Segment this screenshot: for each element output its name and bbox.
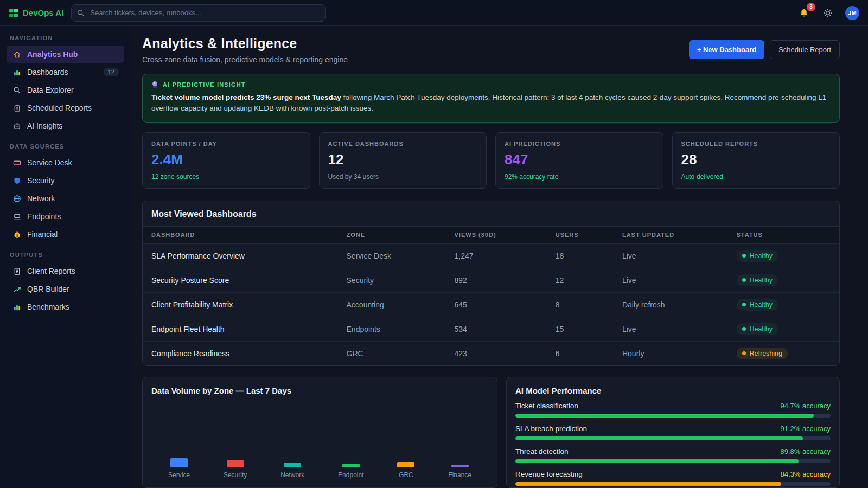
cell-last-updated: Live xyxy=(614,276,728,285)
zone-bar-chart: ServiceSecurityNetworkEndpointGRCFinance xyxy=(151,399,488,479)
sidebar-item-label: Benchmarks xyxy=(27,303,69,311)
sidebar-item-client-reports[interactable]: Client Reports xyxy=(7,262,124,280)
zone-bar-group: Finance xyxy=(448,399,471,479)
status-dot-icon xyxy=(742,278,746,282)
bottom-charts: Data Volume by Zone — Last 7 Days Servic… xyxy=(142,377,840,488)
model-accuracy: 89.8% accuracy xyxy=(781,447,831,455)
stat-label: DATA POINTS / DAY xyxy=(151,140,301,147)
table-row[interactable]: Client Profitability Matrix Accounting 6… xyxy=(143,292,839,317)
model-accuracy: 94.7% accuracy xyxy=(781,402,831,410)
sidebar-item-network[interactable]: Network xyxy=(7,190,124,207)
status-dot-icon xyxy=(742,303,746,306)
cell-status: Refreshing xyxy=(728,348,839,359)
table-row[interactable]: Security Posture Score Security 892 12 L… xyxy=(143,268,839,292)
topbar: DevOps AI 3 xyxy=(0,0,868,26)
ai-insight-tag: AI PREDICTIVE INSIGHT xyxy=(151,81,831,88)
cell-last-updated: Hourly xyxy=(614,349,728,358)
new-dashboard-button[interactable]: + New Dashboard xyxy=(689,40,764,59)
schedule-report-button[interactable]: Schedule Report xyxy=(770,40,840,59)
cell-views: 892 xyxy=(446,276,547,285)
status-label: Healthy xyxy=(750,252,773,260)
shield-icon xyxy=(12,177,22,185)
stat-sub: 12 zone sources xyxy=(151,173,301,181)
cell-users: 18 xyxy=(547,252,614,260)
chart-up-icon xyxy=(12,285,22,293)
sidebar-item-security[interactable]: Security xyxy=(7,172,124,189)
cell-last-updated: Live xyxy=(614,325,728,333)
zone-bar-label: Security xyxy=(224,471,247,479)
stat-cards: DATA POINTS / DAY 2.4M 12 zone sources A… xyxy=(142,132,840,189)
sidebar-item-dashboards[interactable]: Dashboards 12 xyxy=(7,63,124,81)
ticket-icon xyxy=(12,159,22,167)
status-dot-icon xyxy=(742,327,746,331)
stat-sub: Used by 34 users xyxy=(328,173,478,181)
column-header-zone: ZONE xyxy=(338,232,446,238)
status-dot-icon xyxy=(742,254,746,258)
stat-sub: 92% accuracy rate xyxy=(505,173,654,181)
search-box[interactable] xyxy=(71,4,326,22)
sidebar-section-navigation: NAVIGATION xyxy=(10,35,121,41)
sidebar-item-label: Security xyxy=(27,176,55,185)
status-badge: Healthy xyxy=(737,299,778,311)
model-performance-row: Ticket classification 94.7% accuracy xyxy=(515,402,831,418)
table-row[interactable]: Endpoint Fleet Health Endpoints 534 15 L… xyxy=(143,317,839,341)
settings-button[interactable] xyxy=(821,7,834,20)
cell-users: 15 xyxy=(547,325,614,333)
brand: DevOps AI xyxy=(9,8,63,18)
status-label: Healthy xyxy=(750,301,773,309)
zone-bar-label: Endpoint xyxy=(338,471,363,479)
model-performance-row: Threat detection 89.8% accuracy xyxy=(515,447,831,463)
stat-card-ai-predictions: AI PREDICTIONS 847 92% accuracy rate xyxy=(495,132,663,189)
cell-dashboard: Compliance Readiness xyxy=(143,349,338,358)
topbar-actions: 3 JM xyxy=(797,6,859,20)
sidebar-item-scheduled-reports[interactable]: Scheduled Reports xyxy=(7,99,124,117)
progress-track xyxy=(515,436,831,440)
status-label: Healthy xyxy=(750,325,773,333)
sidebar-item-label: QBR Builder xyxy=(27,285,69,293)
zone-bar-label: Network xyxy=(280,471,304,479)
cell-status: Healthy xyxy=(728,250,839,262)
page-subtitle: Cross-zone data fusion, predictive model… xyxy=(142,55,348,64)
sidebar-item-analytics-hub[interactable]: Analytics Hub xyxy=(7,46,124,63)
sidebar-item-label: AI Insights xyxy=(27,121,62,130)
notifications-button[interactable]: 3 xyxy=(797,7,810,20)
ai-insight-tag-label: AI PREDICTIVE INSIGHT xyxy=(163,81,246,88)
stat-value: 2.4M xyxy=(151,151,301,168)
sidebar-item-financial[interactable]: $ Financial xyxy=(7,226,124,243)
search-input[interactable] xyxy=(89,8,320,17)
sidebar: NAVIGATION Analytics Hub Dashboards 12 D… xyxy=(0,26,131,488)
table-row[interactable]: Compliance Readiness GRC 423 6 Hourly Re… xyxy=(143,341,839,365)
clipboard-icon xyxy=(12,104,22,112)
sidebar-item-ai-insights[interactable]: AI Insights xyxy=(7,117,124,134)
laptop-icon xyxy=(12,213,22,221)
ai-insight-banner: AI PREDICTIVE INSIGHT Ticket volume mode… xyxy=(142,74,840,123)
sidebar-item-service-desk[interactable]: Service Desk xyxy=(7,154,124,171)
zone-bar-group: GRC xyxy=(397,399,414,479)
sidebar-item-benchmarks[interactable]: Benchmarks xyxy=(7,298,124,316)
table-row[interactable]: SLA Performance Overview Service Desk 1,… xyxy=(143,243,839,268)
crystal-ball-icon xyxy=(151,81,158,88)
sidebar-item-qbr-builder[interactable]: QBR Builder xyxy=(7,280,124,298)
avatar[interactable]: JM xyxy=(845,6,859,20)
cell-users: 6 xyxy=(547,349,614,358)
notification-badge: 3 xyxy=(807,3,815,11)
document-icon xyxy=(12,267,22,275)
model-performance-row: SLA breach prediction 91.2% accuracy xyxy=(515,425,831,440)
cell-status: Healthy xyxy=(728,299,839,311)
globe-icon xyxy=(12,195,22,203)
cell-dashboard: Endpoint Fleet Health xyxy=(143,325,338,333)
sidebar-item-label: Service Desk xyxy=(27,158,72,167)
column-header-status: STATUS xyxy=(728,232,839,238)
magnifier-icon xyxy=(12,86,22,94)
model-performance-row: Revenue forecasting 84.3% accuracy xyxy=(515,470,831,486)
status-dot-icon xyxy=(742,351,746,355)
cell-status: Healthy xyxy=(728,274,839,286)
sidebar-section-outputs: OUTPUTS xyxy=(10,252,121,258)
zone-bar-label: GRC xyxy=(399,471,413,479)
status-label: Refreshing xyxy=(750,350,782,357)
money-bag-icon: $ xyxy=(12,230,22,239)
home-icon xyxy=(12,50,22,59)
sidebar-item-data-explorer[interactable]: Data Explorer xyxy=(7,81,124,99)
zone-bar-label: Service xyxy=(168,471,190,479)
sidebar-item-endpoints[interactable]: Endpoints xyxy=(7,208,124,225)
